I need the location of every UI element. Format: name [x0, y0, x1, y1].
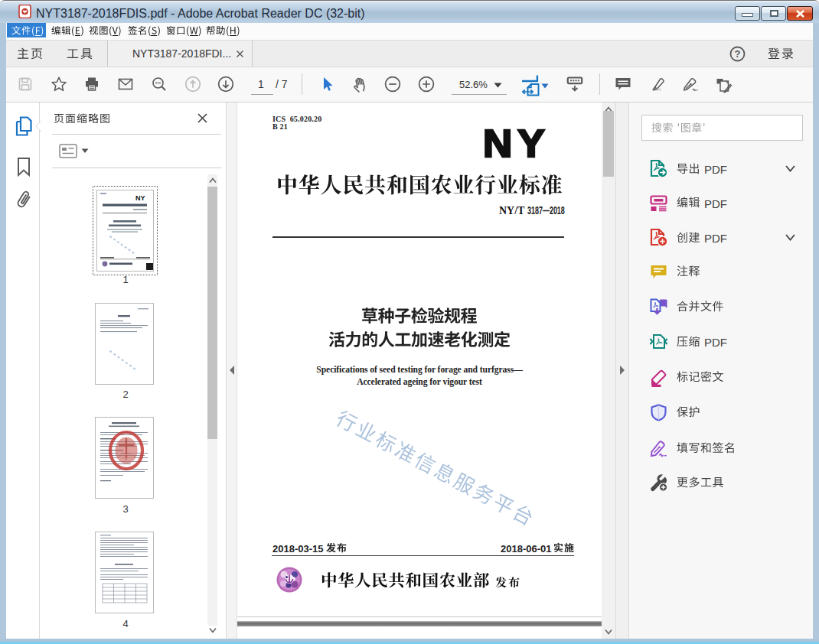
svg-text:?: ?	[735, 48, 741, 60]
svg-text:NY: NY	[135, 194, 145, 202]
